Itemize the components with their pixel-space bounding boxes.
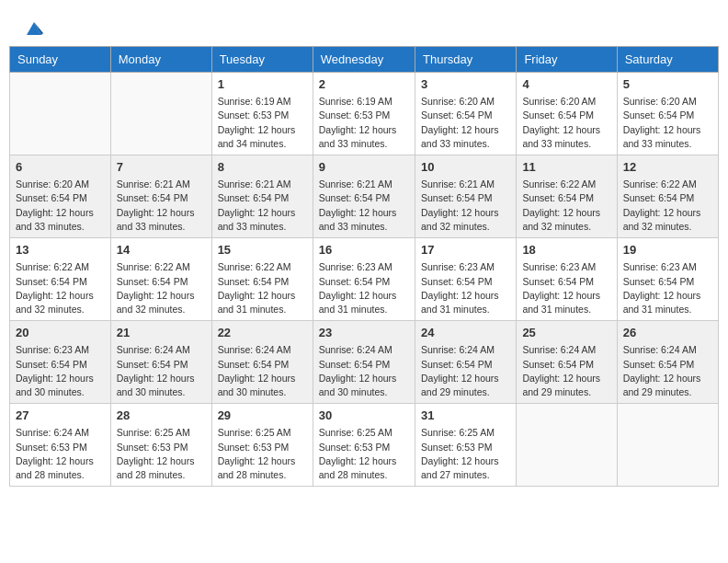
day-cell: 19Sunrise: 6:23 AMSunset: 6:54 PMDayligh…	[617, 238, 718, 321]
day-cell: 26Sunrise: 6:24 AMSunset: 6:54 PMDayligh…	[617, 321, 718, 404]
day-number: 19	[623, 242, 712, 259]
day-info: Sunrise: 6:20 AMSunset: 6:54 PMDaylight:…	[623, 95, 712, 151]
day-number: 11	[522, 159, 610, 176]
day-cell: 30Sunrise: 6:25 AMSunset: 6:53 PMDayligh…	[313, 404, 415, 487]
day-number: 21	[117, 325, 206, 341]
day-number: 14	[117, 242, 206, 259]
day-cell: 20Sunrise: 6:23 AMSunset: 6:54 PMDayligh…	[10, 321, 111, 404]
day-cell: 27Sunrise: 6:24 AMSunset: 6:53 PMDayligh…	[10, 404, 111, 487]
day-info: Sunrise: 6:24 AMSunset: 6:54 PMDaylight:…	[117, 343, 206, 399]
day-info: Sunrise: 6:24 AMSunset: 6:54 PMDaylight:…	[218, 343, 307, 399]
header-sunday: Sunday	[10, 47, 111, 73]
logo-icon	[25, 18, 43, 37]
day-cell	[10, 73, 111, 155]
day-number: 1	[218, 76, 307, 93]
day-info: Sunrise: 6:23 AMSunset: 6:54 PMDaylight:…	[421, 260, 510, 316]
day-info: Sunrise: 6:20 AMSunset: 6:54 PMDaylight:…	[16, 178, 105, 234]
header-thursday: Thursday	[415, 47, 516, 73]
day-cell: 11Sunrise: 6:22 AMSunset: 6:54 PMDayligh…	[517, 155, 617, 238]
day-info: Sunrise: 6:25 AMSunset: 6:53 PMDaylight:…	[117, 426, 206, 482]
day-info: Sunrise: 6:21 AMSunset: 6:54 PMDaylight:…	[319, 178, 409, 234]
day-info: Sunrise: 6:19 AMSunset: 6:53 PMDaylight:…	[218, 95, 307, 151]
day-info: Sunrise: 6:21 AMSunset: 6:54 PMDaylight:…	[218, 178, 307, 234]
day-cell: 6Sunrise: 6:20 AMSunset: 6:54 PMDaylight…	[10, 155, 111, 238]
day-cell: 18Sunrise: 6:23 AMSunset: 6:54 PMDayligh…	[517, 238, 617, 321]
day-info: Sunrise: 6:22 AMSunset: 6:54 PMDaylight:…	[218, 260, 307, 316]
day-info: Sunrise: 6:24 AMSunset: 6:53 PMDaylight:…	[16, 426, 105, 482]
header-monday: Monday	[110, 47, 211, 73]
day-number: 29	[218, 408, 307, 424]
day-cell: 16Sunrise: 6:23 AMSunset: 6:54 PMDayligh…	[313, 238, 415, 321]
day-cell: 29Sunrise: 6:25 AMSunset: 6:53 PMDayligh…	[211, 404, 313, 487]
day-cell: 21Sunrise: 6:24 AMSunset: 6:54 PMDayligh…	[110, 321, 211, 404]
day-number: 18	[522, 242, 610, 259]
day-number: 8	[218, 159, 307, 176]
day-number: 25	[522, 325, 610, 341]
day-number: 5	[623, 76, 712, 93]
day-info: Sunrise: 6:24 AMSunset: 6:54 PMDaylight:…	[522, 343, 610, 399]
header-row: SundayMondayTuesdayWednesdayThursdayFrid…	[10, 47, 719, 73]
day-info: Sunrise: 6:24 AMSunset: 6:54 PMDaylight:…	[421, 343, 510, 399]
logo	[23, 18, 43, 37]
day-number: 27	[16, 408, 105, 424]
day-cell: 28Sunrise: 6:25 AMSunset: 6:53 PMDayligh…	[110, 404, 211, 487]
day-info: Sunrise: 6:23 AMSunset: 6:54 PMDaylight:…	[623, 260, 712, 316]
day-cell: 4Sunrise: 6:20 AMSunset: 6:54 PMDaylight…	[517, 73, 617, 155]
week-row-2: 6Sunrise: 6:20 AMSunset: 6:54 PMDaylight…	[10, 155, 719, 238]
day-info: Sunrise: 6:22 AMSunset: 6:54 PMDaylight:…	[623, 178, 712, 234]
day-number: 22	[218, 325, 307, 341]
page-header	[9, 9, 719, 41]
day-info: Sunrise: 6:19 AMSunset: 6:53 PMDaylight:…	[319, 95, 409, 151]
week-row-4: 20Sunrise: 6:23 AMSunset: 6:54 PMDayligh…	[10, 321, 719, 404]
day-number: 3	[421, 76, 510, 93]
day-number: 6	[16, 159, 105, 176]
day-cell: 15Sunrise: 6:22 AMSunset: 6:54 PMDayligh…	[211, 238, 313, 321]
day-number: 12	[623, 159, 712, 176]
day-info: Sunrise: 6:23 AMSunset: 6:54 PMDaylight:…	[522, 260, 610, 316]
day-cell: 23Sunrise: 6:24 AMSunset: 6:54 PMDayligh…	[313, 321, 415, 404]
day-number: 9	[319, 159, 409, 176]
day-cell: 2Sunrise: 6:19 AMSunset: 6:53 PMDaylight…	[313, 73, 415, 155]
day-number: 23	[319, 325, 409, 341]
day-cell: 22Sunrise: 6:24 AMSunset: 6:54 PMDayligh…	[211, 321, 313, 404]
day-number: 24	[421, 325, 510, 341]
day-cell: 9Sunrise: 6:21 AMSunset: 6:54 PMDaylight…	[313, 155, 415, 238]
day-number: 13	[16, 242, 105, 259]
day-number: 30	[319, 408, 409, 424]
day-cell: 12Sunrise: 6:22 AMSunset: 6:54 PMDayligh…	[617, 155, 718, 238]
day-info: Sunrise: 6:22 AMSunset: 6:54 PMDaylight:…	[522, 178, 610, 234]
header-friday: Friday	[517, 47, 617, 73]
day-cell: 3Sunrise: 6:20 AMSunset: 6:54 PMDaylight…	[415, 73, 516, 155]
day-number: 7	[117, 159, 206, 176]
day-info: Sunrise: 6:25 AMSunset: 6:53 PMDaylight:…	[319, 426, 409, 482]
header-saturday: Saturday	[617, 47, 718, 73]
calendar-body: 1Sunrise: 6:19 AMSunset: 6:53 PMDaylight…	[10, 73, 719, 487]
day-number: 15	[218, 242, 307, 259]
day-info: Sunrise: 6:23 AMSunset: 6:54 PMDaylight:…	[319, 260, 409, 316]
day-number: 20	[16, 325, 105, 341]
day-cell	[617, 404, 718, 487]
day-info: Sunrise: 6:24 AMSunset: 6:54 PMDaylight:…	[623, 343, 712, 399]
header-wednesday: Wednesday	[313, 47, 415, 73]
day-info: Sunrise: 6:21 AMSunset: 6:54 PMDaylight:…	[421, 178, 510, 234]
day-cell: 8Sunrise: 6:21 AMSunset: 6:54 PMDaylight…	[211, 155, 313, 238]
week-row-3: 13Sunrise: 6:22 AMSunset: 6:54 PMDayligh…	[10, 238, 719, 321]
day-cell: 1Sunrise: 6:19 AMSunset: 6:53 PMDaylight…	[211, 73, 313, 155]
day-info: Sunrise: 6:24 AMSunset: 6:54 PMDaylight:…	[319, 343, 409, 399]
day-info: Sunrise: 6:25 AMSunset: 6:53 PMDaylight:…	[421, 426, 510, 482]
day-cell: 14Sunrise: 6:22 AMSunset: 6:54 PMDayligh…	[110, 238, 211, 321]
day-info: Sunrise: 6:20 AMSunset: 6:54 PMDaylight:…	[522, 95, 610, 151]
week-row-1: 1Sunrise: 6:19 AMSunset: 6:53 PMDaylight…	[10, 73, 719, 155]
day-number: 28	[117, 408, 206, 424]
day-info: Sunrise: 6:21 AMSunset: 6:54 PMDaylight:…	[117, 178, 206, 234]
day-cell	[110, 73, 211, 155]
day-cell: 10Sunrise: 6:21 AMSunset: 6:54 PMDayligh…	[415, 155, 516, 238]
week-row-5: 27Sunrise: 6:24 AMSunset: 6:53 PMDayligh…	[10, 404, 719, 487]
day-number: 17	[421, 242, 510, 259]
day-info: Sunrise: 6:22 AMSunset: 6:54 PMDaylight:…	[16, 260, 105, 316]
day-info: Sunrise: 6:20 AMSunset: 6:54 PMDaylight:…	[421, 95, 510, 151]
day-cell: 13Sunrise: 6:22 AMSunset: 6:54 PMDayligh…	[10, 238, 111, 321]
calendar-table: SundayMondayTuesdayWednesdayThursdayFrid…	[9, 46, 719, 487]
day-number: 16	[319, 242, 409, 259]
day-cell: 5Sunrise: 6:20 AMSunset: 6:54 PMDaylight…	[617, 73, 718, 155]
